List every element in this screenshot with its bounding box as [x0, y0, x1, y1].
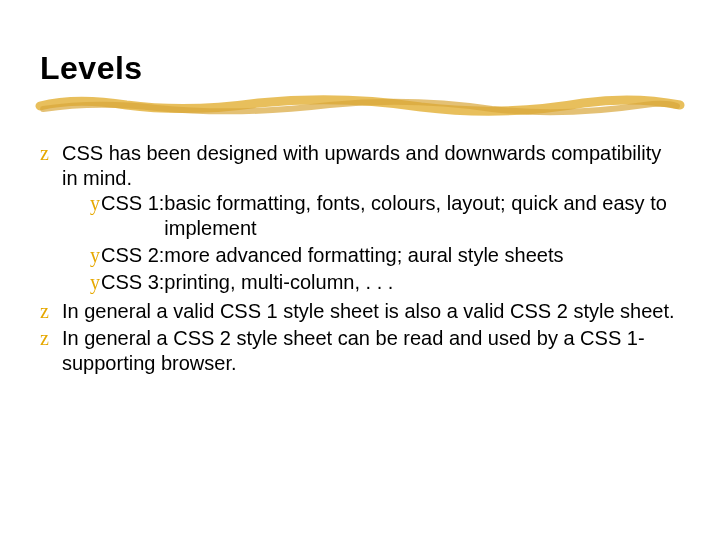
sub-bullet-label: CSS 3:: [101, 270, 164, 295]
sub-bullet-item: yCSS 3: printing, multi-column, . . .: [90, 270, 680, 295]
bullet-text-span: CSS has been designed with upwards and d…: [62, 142, 661, 189]
sub-bullet-text: printing, multi-column, . . .: [164, 270, 680, 295]
sub-bullet-marker-icon: y: [90, 191, 100, 241]
bullet-marker-icon: z: [40, 141, 62, 297]
sub-bullet-marker-icon: y: [90, 243, 100, 268]
slide-content: z CSS has been designed with upwards and…: [40, 141, 680, 376]
sub-bullet-marker-icon: y: [90, 270, 100, 295]
bullet-item: z In general a valid CSS 1 style sheet i…: [40, 299, 680, 324]
bullet-marker-icon: z: [40, 299, 62, 324]
bullet-item: z In general a CSS 2 style sheet can be …: [40, 326, 680, 376]
sub-bullet-item: yCSS 2: more advanced formatting; aural …: [90, 243, 680, 268]
slide: Levels z CSS has been designed with upwa…: [0, 0, 720, 418]
sub-bullet-item: yCSS 1: basic formatting, fonts, colours…: [90, 191, 680, 241]
slide-title: Levels: [40, 50, 680, 87]
sub-bullet-label: CSS 2:: [101, 243, 164, 268]
bullet-text: In general a valid CSS 1 style sheet is …: [62, 299, 680, 324]
title-underline: [35, 91, 685, 121]
sub-bullet-text: more advanced formatting; aural style sh…: [164, 243, 680, 268]
sub-list: yCSS 1: basic formatting, fonts, colours…: [90, 191, 680, 295]
sub-bullet-label: CSS 1:: [101, 191, 164, 241]
sub-bullet-text: basic formatting, fonts, colours, layout…: [164, 191, 680, 241]
bullet-text: In general a CSS 2 style sheet can be re…: [62, 326, 680, 376]
bullet-item: z CSS has been designed with upwards and…: [40, 141, 680, 297]
bullet-text: CSS has been designed with upwards and d…: [62, 141, 680, 297]
bullet-marker-icon: z: [40, 326, 62, 376]
